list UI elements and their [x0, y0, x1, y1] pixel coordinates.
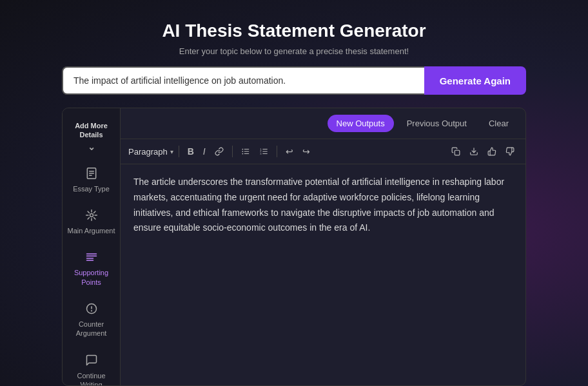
editor-toolbar: Paragraph ▾ B I: [121, 139, 525, 164]
svg-line-12: [88, 218, 89, 219]
divider-3: [277, 146, 277, 157]
sidebar-item-counter-argument[interactable]: Counter Argument: [63, 296, 120, 345]
sidebar-item-essay-type[interactable]: Essay Type: [63, 160, 120, 200]
svg-point-4: [90, 214, 93, 217]
main-container: Add More Details ⌄ Essay Type: [62, 108, 526, 386]
bold-button[interactable]: B: [184, 144, 197, 159]
chevron-down-icon: ⌄: [88, 141, 95, 153]
copy-button[interactable]: [448, 145, 464, 158]
search-input[interactable]: [62, 66, 424, 95]
sidebar: Add More Details ⌄ Essay Type: [63, 108, 121, 385]
thumbs-up-button[interactable]: [484, 145, 500, 158]
sidebar-item-continue-writing[interactable]: Continue Writing: [63, 347, 120, 386]
tab-clear[interactable]: Clear: [480, 115, 518, 132]
thumbs-down-button[interactable]: [502, 145, 518, 158]
svg-line-10: [93, 218, 95, 219]
editor-content[interactable]: The article underscores the transformati…: [121, 164, 525, 385]
tabs-bar: New Outputs Previous Output Clear: [121, 108, 525, 139]
main-argument-icon: [85, 209, 98, 224]
svg-point-24: [242, 151, 243, 152]
redo-button[interactable]: ↪: [299, 144, 313, 159]
chevron-down-icon: ▾: [170, 148, 173, 155]
italic-button[interactable]: I: [200, 144, 209, 159]
link-button[interactable]: [211, 145, 227, 158]
continue-writing-icon: [85, 354, 98, 369]
svg-line-9: [88, 211, 89, 213]
toolbar-right: [448, 145, 518, 158]
supporting-points-label: Supporting Points: [66, 268, 116, 287]
editor-text: The article underscores the transformati…: [133, 175, 513, 236]
divider-2: [232, 146, 233, 157]
download-button[interactable]: [466, 145, 482, 158]
essay-type-icon: [85, 167, 98, 182]
sidebar-item-supporting-points[interactable]: Supporting Points: [63, 244, 120, 293]
add-more-details-button[interactable]: Add More Details ⌄: [63, 116, 120, 158]
sidebar-item-main-argument[interactable]: Main Argument: [63, 202, 120, 242]
ordered-list-button[interactable]: 1 2 3: [256, 145, 271, 158]
divider-1: [179, 146, 179, 157]
counter-argument-icon: [85, 302, 98, 317]
svg-point-25: [242, 153, 243, 155]
continue-writing-label: Continue Writing: [66, 371, 116, 386]
page-header: AI Thesis Statement Generator Enter your…: [162, 0, 426, 66]
page-subtitle: Enter your topic below to generate a pre…: [162, 46, 426, 56]
svg-rect-32: [455, 150, 460, 155]
svg-text:3: 3: [260, 152, 262, 155]
tab-new-outputs[interactable]: New Outputs: [328, 115, 394, 132]
page-title: AI Thesis Statement Generator: [162, 21, 426, 41]
svg-point-23: [242, 149, 243, 150]
undo-button[interactable]: ↩: [282, 144, 297, 159]
format-select[interactable]: Paragraph ▾: [128, 147, 173, 157]
svg-point-19: [91, 311, 92, 311]
unordered-list-button[interactable]: [238, 145, 253, 158]
supporting-points-icon: [85, 251, 98, 265]
essay-type-label: Essay Type: [73, 184, 110, 193]
add-more-label: Add More Details: [66, 121, 116, 140]
generate-button[interactable]: Generate Again: [424, 66, 526, 95]
content-area: New Outputs Previous Output Clear Paragr…: [121, 108, 525, 385]
format-label: Paragraph: [128, 147, 168, 157]
svg-line-11: [93, 211, 95, 213]
main-argument-label: Main Argument: [68, 226, 115, 235]
search-bar: Generate Again: [62, 66, 526, 95]
counter-argument-label: Counter Argument: [66, 320, 116, 338]
tab-previous-output[interactable]: Previous Output: [398, 115, 476, 132]
